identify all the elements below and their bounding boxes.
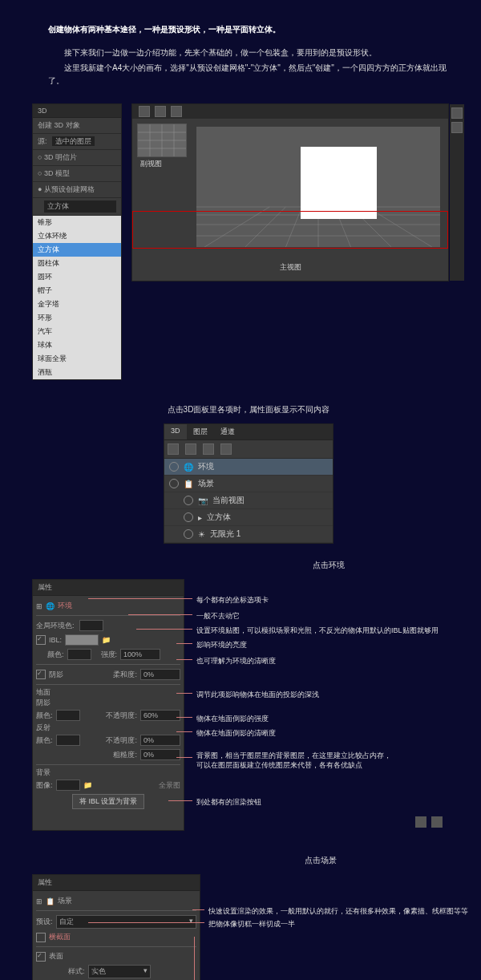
roughness-input[interactable]: 0%	[140, 749, 180, 760]
opt-3d-postcard[interactable]: ○ 3D 明信片	[33, 150, 121, 166]
ibl-color-swatch[interactable]	[67, 649, 91, 660]
global-env-color-swatch[interactable]	[79, 620, 103, 631]
tab-channels[interactable]: 通道	[214, 424, 241, 439]
annot-bg-2: 可以在图层面板建立传统图层来代替，各有各优缺点	[196, 760, 362, 771]
folder-icon[interactable]: 📁	[102, 636, 111, 644]
intensity-label: 强度:	[101, 650, 118, 660]
preset-item[interactable]: 金字塔	[33, 298, 121, 311]
delete-icon[interactable]	[431, 816, 443, 828]
mesh-icon: ▸	[198, 513, 202, 522]
annot-refl-opacity: 物体在地面倒影的强度	[196, 714, 269, 724]
preset-item-selected[interactable]: 立方体	[33, 243, 121, 257]
visibility-toggle[interactable]	[184, 496, 193, 505]
preset-item[interactable]: 立体环绕	[33, 229, 121, 243]
globe-icon: 🌐	[46, 602, 55, 610]
tool-icon[interactable]	[451, 107, 463, 119]
preset-item[interactable]: 圆环	[33, 270, 121, 284]
bg-image-swatch[interactable]	[56, 780, 80, 791]
surface-style-label: 样式:	[68, 966, 85, 977]
visibility-toggle[interactable]	[169, 479, 179, 488]
cube-object[interactable]	[301, 147, 377, 219]
viewport-toolbar	[132, 104, 448, 119]
source-label: 源:	[38, 137, 47, 145]
camera-icon: 📷	[198, 496, 208, 505]
filter-material-icon[interactable]	[203, 443, 214, 455]
coord-tab-icon[interactable]: ⊞	[36, 602, 42, 610]
opt-preset-mesh[interactable]: ● 从预设创建网格	[33, 182, 121, 198]
article-para-1: 接下来我们一边做一边介绍功能，先来个基础的，做一个包装盒，要用到的是预设形状。	[48, 47, 449, 59]
ground-color-label: 颜色:	[36, 711, 53, 721]
create-3d-button[interactable]: 创建 3D 对象	[33, 118, 121, 134]
refl-opacity-input[interactable]: 0%	[140, 735, 180, 746]
preset-item[interactable]: 帽子	[33, 284, 121, 298]
tree-environment[interactable]: 🌐 环境	[164, 459, 333, 476]
tree-label: 立方体	[207, 512, 231, 523]
tab-3d[interactable]: 3D	[164, 424, 187, 439]
tool-icon[interactable]	[171, 106, 182, 117]
opt-3d-model[interactable]: ○ 3D 模型	[33, 166, 121, 182]
filter-mesh-icon[interactable]	[185, 443, 196, 455]
properties-environment-panel: 属性 ⊞ 🌐 环境 全局环境色: IBL:📁 颜色:强度:100% 阴影柔和度:…	[32, 579, 184, 831]
source-value[interactable]: 选中的图层	[52, 136, 95, 146]
secondary-view[interactable]	[137, 124, 187, 157]
surface-checkbox[interactable]	[36, 952, 46, 962]
right-toolbar	[450, 104, 464, 281]
shadow-checkbox[interactable]	[36, 670, 46, 679]
preset-list[interactable]: 锥形 立体环绕 立方体 圆柱体 圆环 帽子 金字塔 环形 汽车 球体 球面全景 …	[33, 216, 121, 379]
preset-item[interactable]: 环形	[33, 311, 121, 325]
bg-image-label: 图像:	[36, 780, 53, 791]
tree-infinite-light[interactable]: ☀ 无限光 1	[164, 526, 333, 543]
tab-layers[interactable]: 图层	[187, 424, 214, 439]
tool-icon[interactable]	[139, 106, 150, 117]
annot-ground-opacity: 调节此项影响物体在地面的投影的深浅	[196, 690, 319, 700]
tree-cube[interactable]: ▸ 立方体	[164, 509, 333, 526]
tree-label: 环境	[198, 461, 214, 472]
background-section-label: 背景	[36, 767, 180, 778]
annot-shadow: 也可理解为环境的清晰度	[196, 656, 276, 666]
filter-scene-icon[interactable]	[168, 443, 179, 455]
set-ibl-bg-button[interactable]: 将 IBL 设置为背景	[72, 794, 144, 809]
tree-scene[interactable]: 📋 场景	[164, 476, 333, 492]
panel-title: 环境	[58, 601, 72, 611]
surface-label: 表面	[49, 951, 63, 962]
ground-opacity-input[interactable]: 60%	[140, 710, 180, 721]
annot-ibl: 设置环境贴图，可以模拟场景和光照，不反光的物体用默认的IBL贴图就够用	[196, 626, 439, 636]
tree-current-view[interactable]: 📷 当前视图	[164, 492, 333, 509]
render-icon[interactable]	[415, 816, 426, 828]
visibility-toggle[interactable]	[184, 512, 193, 522]
shadow-label: 阴影	[49, 670, 63, 680]
ibl-texture-swatch[interactable]	[65, 634, 99, 646]
roughness-label: 粗糙度:	[113, 750, 137, 760]
preset-item[interactable]: 锥形	[33, 216, 121, 229]
ground-color-swatch[interactable]	[56, 710, 80, 721]
visibility-toggle[interactable]	[184, 529, 193, 539]
preset-item[interactable]: 汽车	[33, 325, 121, 338]
visibility-toggle[interactable]	[169, 462, 179, 472]
softness-input[interactable]: 0%	[140, 669, 180, 680]
3d-panel: 3D 图层 通道 🌐 环境 📋 场景 📷 当前视图 ▸ 立方体	[164, 423, 333, 544]
3d-viewport[interactable]: 副视图	[131, 103, 449, 281]
preset-item[interactable]: 球体	[33, 338, 121, 352]
tree-label: 当前视图	[212, 495, 245, 506]
filter-light-icon[interactable]	[220, 443, 232, 455]
surface-style-dropdown[interactable]: 实色▾	[88, 965, 151, 978]
tool-icon[interactable]	[451, 122, 463, 133]
tool-icon[interactable]	[155, 106, 166, 117]
annot-render-btn: 到处都有的渲染按钮	[196, 797, 261, 808]
cross-section-checkbox[interactable]	[36, 933, 46, 942]
ground-opacity-label: 不透明度:	[106, 711, 137, 721]
intensity-input[interactable]: 100%	[120, 649, 160, 660]
folder-icon[interactable]: 📁	[83, 781, 92, 789]
preset-item[interactable]: 球面全景	[33, 352, 121, 366]
tree-label: 场景	[198, 478, 214, 489]
secondary-view-label: 副视图	[140, 159, 162, 169]
ground-shadow-label: 阴影	[36, 698, 180, 708]
preset-item[interactable]: 酒瓶	[33, 366, 121, 379]
refl-color-label: 颜色:	[36, 735, 53, 746]
ground-plane-indicator	[132, 211, 448, 249]
refl-color-swatch[interactable]	[56, 735, 80, 746]
preset-selected[interactable]: 立方体	[44, 200, 116, 213]
ibl-checkbox[interactable]	[36, 635, 46, 645]
preset-item[interactable]: 圆柱体	[33, 257, 121, 270]
coord-tab-icon[interactable]: ⊞	[36, 897, 42, 905]
